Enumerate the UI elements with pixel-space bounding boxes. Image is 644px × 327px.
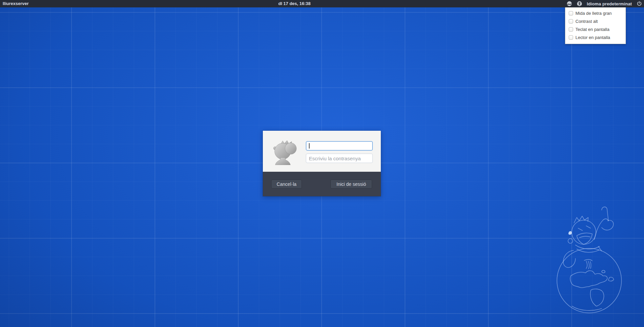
checkbox-onscreen-keyboard[interactable] <box>569 27 573 32</box>
menu-item-label: Teclat en pantalla <box>575 27 609 32</box>
user-avatar-icon <box>272 138 298 165</box>
desktop-background: lliurexserver dl 17 des, 16:38 Idioma pr… <box>0 0 644 327</box>
session-badge-icon[interactable] <box>567 1 572 6</box>
login-dialog-actions: Cancel·la Inici de sessió <box>263 172 381 196</box>
login-button[interactable]: Inici de sessió <box>330 180 372 189</box>
checkbox-high-contrast[interactable] <box>569 19 573 24</box>
top-panel: lliurexserver dl 17 des, 16:38 Idioma pr… <box>0 0 644 7</box>
login-dialog: Cancel·la Inici de sessió <box>263 131 381 196</box>
hostname-label: lliurexserver <box>3 1 29 6</box>
checkbox-large-text[interactable] <box>569 11 573 15</box>
login-dialog-body <box>263 131 381 172</box>
menu-item-screen-reader[interactable]: Lector en pantalla <box>565 33 626 41</box>
panel-indicators: Idioma predeterminat <box>567 0 642 7</box>
menu-item-large-text[interactable]: Mida de lletra gran <box>565 9 626 17</box>
language-menu-button[interactable]: Idioma predeterminat <box>587 1 632 6</box>
clock-label: dl 17 des, 16:38 <box>278 1 311 6</box>
username-input[interactable] <box>306 141 373 151</box>
checkbox-screen-reader[interactable] <box>569 35 573 40</box>
accessibility-menu: Mida de lletra gran Contrast alt Teclat … <box>565 7 626 44</box>
lliurex-mascot-lineart <box>551 200 644 321</box>
cancel-button[interactable]: Cancel·la <box>271 180 302 189</box>
password-input[interactable] <box>306 154 373 163</box>
accessibility-icon[interactable] <box>577 1 582 6</box>
power-icon[interactable] <box>637 1 642 6</box>
menu-item-label: Contrast alt <box>575 19 598 24</box>
menu-item-label: Mida de lletra gran <box>575 11 612 16</box>
menu-item-onscreen-keyboard[interactable]: Teclat en pantalla <box>565 25 626 33</box>
menu-item-high-contrast[interactable]: Contrast alt <box>565 17 626 25</box>
text-caret <box>309 143 310 149</box>
menu-item-label: Lector en pantalla <box>575 35 610 40</box>
